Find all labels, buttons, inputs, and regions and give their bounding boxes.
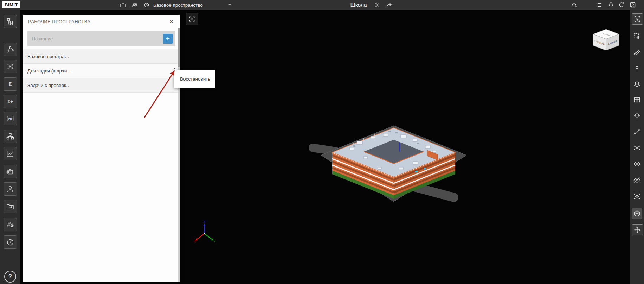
hide-button[interactable] bbox=[632, 175, 642, 185]
new-workspace-bar: + bbox=[27, 31, 175, 46]
axis-gizmo: Z X Y bbox=[193, 221, 218, 246]
plugins-button[interactable] bbox=[4, 165, 17, 178]
user-location-icon bbox=[6, 220, 14, 229]
gear-icon bbox=[373, 1, 380, 8]
app-logo[interactable]: BIMIT bbox=[2, 1, 20, 8]
pin-button[interactable] bbox=[632, 63, 642, 74]
show-button[interactable] bbox=[632, 159, 642, 169]
notifications-button[interactable] bbox=[607, 1, 615, 9]
panel-scrollbar[interactable] bbox=[178, 28, 180, 282]
export-button[interactable] bbox=[4, 200, 17, 213]
hierarchy-icon bbox=[6, 132, 14, 141]
focus-target-button[interactable] bbox=[632, 110, 642, 121]
grid-button[interactable] bbox=[632, 95, 642, 105]
move-tool-button[interactable] bbox=[632, 224, 643, 235]
svg-text:Σ: Σ bbox=[8, 81, 12, 87]
select-window-icon bbox=[633, 32, 641, 40]
shuffle-button[interactable] bbox=[4, 60, 17, 73]
svg-text:X: X bbox=[194, 240, 196, 243]
workspaces-panel: РАБОЧИЕ ПРОСТРАНСТВА ✕ + Базовое простра… bbox=[23, 15, 180, 282]
search-icon bbox=[571, 1, 578, 8]
sum-plus-button[interactable]: Σ+ bbox=[4, 95, 17, 108]
history-clock-icon bbox=[143, 1, 150, 8]
menu-list-icon bbox=[595, 1, 603, 8]
model-cube-button[interactable] bbox=[632, 208, 642, 219]
team-icon bbox=[131, 1, 138, 8]
dimension-icon bbox=[633, 128, 641, 135]
workspace-name-input[interactable] bbox=[27, 36, 163, 42]
focus-target-icon bbox=[633, 112, 641, 119]
point-connector-button[interactable] bbox=[4, 43, 17, 56]
isolate-button[interactable] bbox=[632, 191, 642, 202]
workspace-row-label: Задачи с проверк… bbox=[27, 83, 71, 88]
grid-table-icon bbox=[633, 96, 641, 104]
activity-chart-icon bbox=[6, 150, 14, 158]
share-button[interactable] bbox=[385, 1, 393, 9]
intersect-lines-button[interactable] bbox=[632, 143, 642, 153]
svg-text:Z: Z bbox=[204, 221, 205, 223]
settings-button[interactable] bbox=[373, 1, 381, 9]
sigma-plus-icon: Σ+ bbox=[6, 97, 14, 106]
folder-export-icon bbox=[6, 202, 14, 211]
fit-selection-button[interactable] bbox=[632, 13, 643, 25]
intersect-lines-icon bbox=[633, 144, 641, 152]
account-button[interactable] bbox=[629, 1, 637, 9]
user-location-button[interactable] bbox=[4, 218, 17, 231]
dashboard-button[interactable] bbox=[4, 235, 17, 249]
workspaces-panel-title: РАБОЧИЕ ПРОСТРАНСТВА bbox=[28, 19, 90, 24]
help-button[interactable]: ? bbox=[4, 271, 16, 283]
navigation-cube[interactable]: Сверху Спереди Справа bbox=[590, 27, 622, 55]
sigma-icon: Σ bbox=[6, 80, 14, 88]
restore-menu-item[interactable]: Восстановить bbox=[174, 76, 215, 82]
pin-icon bbox=[633, 65, 641, 72]
move-arrows-icon bbox=[633, 226, 641, 234]
workspace-selector[interactable]: Базовое пространство bbox=[153, 0, 232, 10]
model-tree-icon bbox=[6, 17, 14, 26]
point-connector-icon bbox=[6, 45, 14, 53]
collaboration-button[interactable] bbox=[130, 1, 139, 9]
model-tree-button[interactable] bbox=[4, 15, 17, 28]
close-panel-button[interactable]: ✕ bbox=[168, 18, 175, 25]
workspaces-panel-header: РАБОЧИЕ ПРОСТРАНСТВА ✕ bbox=[23, 15, 180, 28]
panel-scrollbar-thumb[interactable] bbox=[178, 28, 180, 67]
list-menu-button[interactable] bbox=[595, 1, 603, 9]
topbar: BIMIT Базовое пространство Школа bbox=[0, 0, 644, 10]
hierarchy-button[interactable] bbox=[4, 130, 17, 143]
left-toolbar: Σ Σ+ 2D ? bbox=[0, 10, 20, 284]
shuffle-icon bbox=[6, 62, 14, 71]
history-button[interactable] bbox=[142, 1, 151, 9]
workspace-row[interactable]: Задачи с проверк… bbox=[23, 78, 180, 93]
dimension-button[interactable] bbox=[632, 126, 642, 137]
svg-text:Y: Y bbox=[214, 240, 216, 243]
svg-text:2D: 2D bbox=[8, 117, 12, 121]
users-button[interactable] bbox=[4, 182, 17, 196]
clip-planes-button[interactable] bbox=[632, 79, 642, 89]
clip-planes-icon bbox=[633, 80, 641, 88]
row-menu-caret[interactable]: ▴ bbox=[174, 67, 175, 70]
workspace-row-label: Базовое простра… bbox=[27, 54, 69, 59]
projects-button[interactable] bbox=[119, 1, 127, 9]
share-arrow-icon bbox=[386, 1, 393, 8]
workspace-selector-value: Базовое пространство bbox=[153, 2, 203, 8]
camera-target-icon bbox=[188, 15, 195, 23]
building-model bbox=[308, 118, 480, 213]
isolate-visibility-icon bbox=[633, 193, 641, 200]
bimit-app: BIMIT Базовое пространство Школа bbox=[0, 0, 644, 284]
search-button[interactable] bbox=[570, 1, 579, 9]
measure-button[interactable] bbox=[632, 48, 642, 58]
focus-view-button[interactable] bbox=[186, 13, 198, 25]
eye-icon bbox=[633, 160, 641, 168]
row-context-menu: Восстановить bbox=[174, 70, 215, 88]
workspace-row[interactable]: Базовое простра… bbox=[23, 49, 180, 64]
view-2d-button[interactable]: 2D bbox=[4, 112, 17, 125]
add-workspace-button[interactable]: + bbox=[163, 34, 173, 44]
user-badge-icon bbox=[629, 1, 636, 8]
refresh-button[interactable] bbox=[617, 1, 626, 9]
activity-chart-button[interactable] bbox=[4, 147, 17, 160]
select-window-button[interactable] bbox=[632, 31, 642, 41]
sum-button[interactable]: Σ bbox=[4, 77, 17, 91]
refresh-icon bbox=[618, 1, 625, 8]
workspace-row[interactable]: Для задач (в архи… ▴ bbox=[23, 64, 180, 78]
chevron-down-icon bbox=[227, 2, 232, 7]
user-icon bbox=[6, 185, 14, 193]
